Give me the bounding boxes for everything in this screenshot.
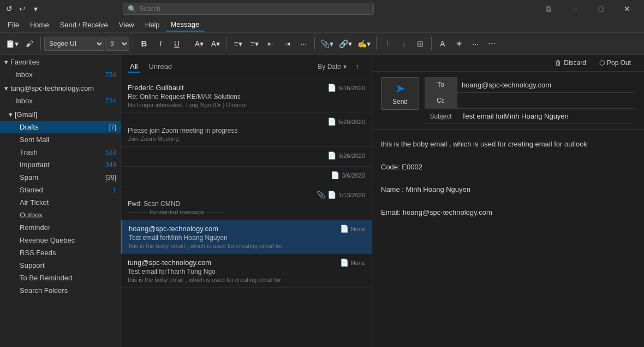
- email-date: 📄 3/26/2020: [327, 151, 365, 160]
- toolbar-separator-5: [314, 37, 315, 50]
- email-item[interactable]: tung@spc-technology.com 📄 None Test emai…: [121, 254, 372, 288]
- popout-button[interactable]: ⬡ Pop Out: [595, 57, 635, 69]
- email-item[interactable]: 📄 3/26/2020: [121, 147, 372, 167]
- close-button[interactable]: ✕: [615, 0, 640, 17]
- email-item-top: Frederic Guilbault 📄 9/16/2020: [128, 84, 365, 92]
- email-item[interactable]: 📎 📄 1/13/2020 Fwd: Scan CMND ---------- …: [121, 186, 372, 220]
- cc-field-row: Cc: [425, 93, 635, 109]
- maximize-button[interactable]: □: [588, 0, 613, 17]
- email-item[interactable]: Frederic Guilbault 📄 9/16/2020 Re: Onlin…: [121, 79, 372, 113]
- minimize-button[interactable]: ─: [562, 0, 587, 17]
- title-bar-right: ⧉ ─ □ ✕: [536, 0, 640, 17]
- expand-toolbar-button[interactable]: ⋯: [484, 35, 499, 52]
- more-tb-button[interactable]: ···: [296, 35, 311, 52]
- cc-button[interactable]: Cc: [425, 93, 457, 108]
- importance-low-button[interactable]: ↓: [396, 35, 412, 52]
- email-item-selected[interactable]: hoang@spc-technology.com 📄 None Test ema…: [121, 220, 372, 254]
- toolbar-separator-1: [40, 37, 41, 50]
- sidebar-item-air-ticket[interactable]: Air Ticket: [0, 196, 121, 209]
- discard-button[interactable]: 🗑 Discard: [551, 57, 591, 69]
- sidebar-item-label: Air Ticket: [20, 198, 49, 207]
- sidebar-item-inbox-favorites[interactable]: Inbox 734: [0, 68, 121, 81]
- sidebar-item-drafts[interactable]: Drafts [7]: [0, 121, 121, 133]
- highlight-color-button[interactable]: A▾: [192, 35, 207, 52]
- email-date-value: 3/26/2020: [338, 152, 365, 159]
- email-date: 📄 None: [340, 225, 365, 233]
- italic-button[interactable]: I: [153, 35, 168, 52]
- toolbar-separator-7: [431, 37, 432, 50]
- attach-button[interactable]: 📎▾: [318, 35, 336, 52]
- menu-home[interactable]: Home: [25, 19, 55, 31]
- sidebar-item-to-be-reminded[interactable]: To Be Reminded: [0, 272, 121, 284]
- email-subject: Please join Zoom meeting in progress: [128, 127, 365, 134]
- favorites-label: Favorites: [10, 58, 39, 66]
- sort-button[interactable]: By Date ▾: [318, 63, 347, 70]
- email-body[interactable]: this is the boby email , which is used f…: [372, 130, 644, 347]
- refresh-button[interactable]: ↺: [4, 4, 14, 14]
- zoom-button[interactable]: ⊞: [413, 35, 428, 52]
- bold-button[interactable]: B: [136, 35, 152, 52]
- text-format-button[interactable]: A: [435, 35, 450, 52]
- menu-file[interactable]: File: [2, 19, 25, 31]
- cc-value: [457, 98, 635, 103]
- decrease-indent-button[interactable]: ⇤: [263, 35, 278, 52]
- email-preview: this is the boby email , which is used f…: [129, 243, 365, 249]
- underline-button[interactable]: U: [169, 35, 184, 52]
- filter-tab-all[interactable]: All: [128, 61, 140, 73]
- sort-direction-button[interactable]: ↑: [350, 58, 365, 75]
- restore-button[interactable]: ⧉: [536, 0, 561, 17]
- bullets-button[interactable]: ≡▾: [230, 35, 246, 52]
- font-name-select[interactable]: Segoe UI: [44, 37, 104, 51]
- email-subject: Test email forMinh Hoang Nguyen: [129, 234, 365, 242]
- favorites-chevron-icon: ▾: [4, 58, 8, 66]
- importance-high-button[interactable]: !: [380, 35, 395, 52]
- favorites-header[interactable]: ▾ Favorites: [0, 55, 121, 68]
- sidebar-item-label: Reminder: [20, 224, 50, 232]
- sidebar-item-support[interactable]: Support: [0, 259, 121, 272]
- sidebar-item-important[interactable]: Important 349: [0, 158, 121, 171]
- gmail-header[interactable]: ▾ [Gmail]: [0, 107, 121, 121]
- toolbar-separator-4: [226, 37, 227, 50]
- sidebar-item-label: Inbox: [15, 70, 33, 79]
- undo-button[interactable]: ↩: [17, 4, 27, 14]
- font-color-button[interactable]: A▾: [208, 35, 223, 52]
- new-items-button[interactable]: 📋▾: [3, 35, 21, 52]
- email-item[interactable]: 📄 5/20/2020 Please join Zoom meeting in …: [121, 113, 372, 147]
- inbox-account-badge: 734: [105, 97, 116, 105]
- sidebar-item-outbox[interactable]: Outbox: [0, 209, 121, 221]
- account-header[interactable]: ▾ tung@spc-technology.com: [0, 81, 121, 95]
- search-bar[interactable]: 🔍: [123, 3, 374, 15]
- sidebar-item-reminder[interactable]: Reminder: [0, 221, 121, 234]
- search-input[interactable]: [140, 5, 369, 13]
- menu-send-receive[interactable]: Send / Receive: [55, 19, 114, 31]
- font-size-select[interactable]: 9: [105, 37, 129, 51]
- format-button[interactable]: 🖌: [22, 35, 37, 52]
- sidebar-item-sent[interactable]: Sent Mail: [0, 133, 121, 146]
- sidebar-item-trash[interactable]: Trash 533: [0, 146, 121, 158]
- menu-bar: File Home Send / Receive View Help Messa…: [0, 17, 644, 33]
- more-options-button[interactable]: ···: [468, 35, 483, 52]
- sidebar-item-search-folders[interactable]: Search Folders: [0, 284, 121, 297]
- sidebar-item-rss-feeds[interactable]: RSS Feeds: [0, 246, 121, 259]
- sun-button[interactable]: ☀: [451, 35, 467, 52]
- sidebar-item-label: Starred: [20, 186, 43, 194]
- quick-access-button[interactable]: ▾: [31, 4, 40, 14]
- sidebar-item-inbox-account[interactable]: Inbox 734: [0, 95, 121, 107]
- menu-message[interactable]: Message: [165, 18, 205, 32]
- title-bar: ↺ ↩ ▾ 🔍 ⧉ ─ □ ✕: [0, 0, 644, 17]
- menu-view[interactable]: View: [114, 19, 140, 31]
- email-item[interactable]: 📄 3/6/2020: [121, 167, 372, 186]
- signature-button[interactable]: ✍▾: [355, 35, 373, 52]
- filter-tab-unread[interactable]: Unread: [146, 61, 174, 73]
- send-button[interactable]: ➤ Send: [381, 77, 419, 110]
- to-button[interactable]: To: [425, 77, 457, 92]
- email-items: Frederic Guilbault 📄 9/16/2020 Re: Onlin…: [121, 79, 372, 347]
- link-button[interactable]: 🔗▾: [337, 35, 354, 52]
- sidebar-item-starred[interactable]: Starred 1: [0, 184, 121, 196]
- sidebar-item-spam[interactable]: Spam [39]: [0, 171, 121, 184]
- sidebar-item-revenue-quebec[interactable]: Revenue Quebec: [0, 234, 121, 246]
- menu-help[interactable]: Help: [140, 19, 165, 31]
- email-date: 📄 None: [340, 258, 365, 267]
- numbering-button[interactable]: ≡▾: [247, 35, 262, 52]
- increase-indent-button[interactable]: ⇥: [279, 35, 295, 52]
